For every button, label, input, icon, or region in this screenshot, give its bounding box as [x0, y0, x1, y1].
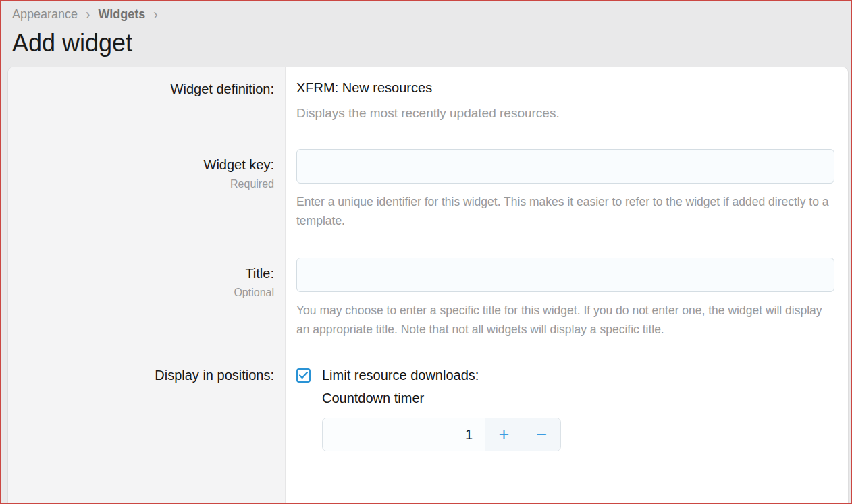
limit-resource-downloads-option[interactable]: Limit resource downloads:	[296, 366, 834, 385]
breadcrumb-link-appearance[interactable]: Appearance	[12, 7, 78, 22]
countdown-timer-label: Countdown timer	[322, 389, 834, 408]
checkmark-icon	[299, 372, 308, 379]
form-row-display-positions: Display in positions: Limit resource dow…	[8, 354, 848, 503]
title-input[interactable]	[296, 258, 834, 292]
chevron-right-icon: ›	[153, 7, 157, 22]
page-title: Add widget	[12, 29, 838, 57]
display-positions-label-cell: Display in positions:	[8, 354, 286, 503]
widget-definition-description: Displays the most recently updated resou…	[296, 106, 834, 121]
form-row-widget-definition: Widget definition: XFRM: New resources D…	[8, 67, 848, 136]
breadcrumb: Appearance › Widgets ›	[12, 7, 838, 22]
title-label-cell: Title: Optional	[8, 245, 286, 354]
limit-resource-downloads-label: Limit resource downloads:	[322, 366, 479, 385]
widget-key-label-cell: Widget key: Required	[8, 136, 286, 245]
title-label: Title:	[19, 265, 274, 282]
stepper-decrement-button[interactable]: −	[523, 418, 560, 451]
chevron-right-icon: ›	[86, 7, 90, 22]
countdown-timer-value-input[interactable]	[323, 418, 485, 451]
page-header: Appearance › Widgets › Add widget	[1, 1, 851, 67]
widget-key-content: Enter a unique identifier for this widge…	[286, 136, 848, 245]
widget-key-label: Widget key:	[19, 157, 274, 173]
stepper-increment-button[interactable]: +	[485, 418, 523, 451]
limit-resource-downloads-checkbox[interactable]	[296, 368, 311, 383]
breadcrumb-link-widgets[interactable]: Widgets	[98, 7, 145, 22]
widget-definition-label: Widget definition:	[19, 81, 274, 98]
display-positions-content: Limit resource downloads: Countdown time…	[286, 354, 848, 503]
title-content: You may choose to enter a specific title…	[286, 245, 848, 354]
widget-key-hint: Enter a unique identifier for this widge…	[296, 192, 834, 230]
widget-key-required-note: Required	[19, 178, 274, 190]
add-widget-form: Widget definition: XFRM: New resources D…	[8, 67, 848, 503]
display-positions-label: Display in positions:	[19, 367, 274, 384]
minus-icon: −	[537, 424, 548, 445]
plus-icon: +	[499, 424, 510, 445]
widget-definition-label-cell: Widget definition:	[8, 67, 286, 136]
form-row-title: Title: Optional You may choose to enter …	[8, 245, 848, 354]
widget-key-input[interactable]	[296, 149, 834, 184]
countdown-timer-stepper: + −	[322, 418, 561, 451]
widget-definition-content: XFRM: New resources Displays the most re…	[286, 67, 848, 136]
form-row-widget-key: Widget key: Required Enter a unique iden…	[8, 136, 848, 245]
title-hint: You may choose to enter a specific title…	[296, 301, 834, 339]
widget-definition-value: XFRM: New resources	[296, 80, 834, 96]
title-optional-note: Optional	[19, 287, 274, 299]
